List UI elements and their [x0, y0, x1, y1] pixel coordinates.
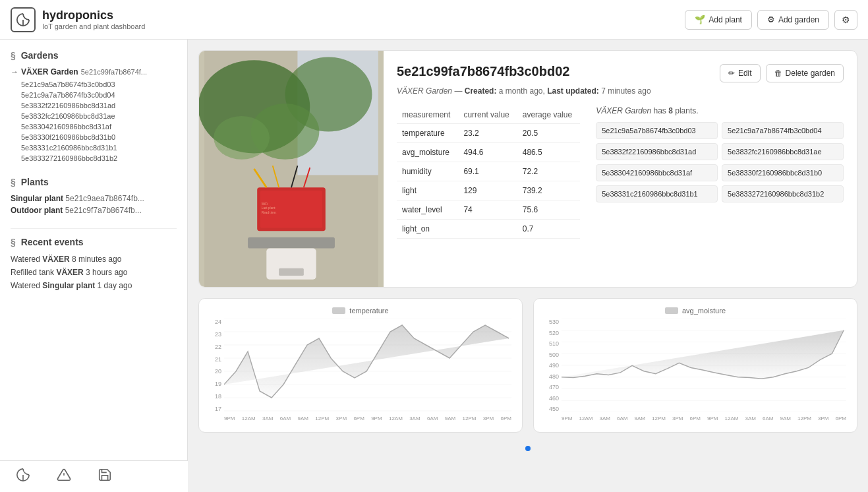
- svg-rect-17: [279, 268, 304, 276]
- col-average: average value: [517, 106, 580, 124]
- plants-section-title: § Plants: [11, 177, 177, 187]
- table-row: light_on 0.7: [397, 220, 580, 239]
- plant-grid-item[interactable]: 5e38331c2160986bbc8d31b1: [596, 185, 718, 202]
- event-item-1: Watered VÄXER 8 minutes ago: [11, 253, 177, 266]
- measurements-table: measurement current value average value …: [397, 106, 580, 239]
- garden-sub-item[interactable]: 5e21c9a7a7b8674fb3c0bd04: [21, 90, 177, 100]
- outdoor-plant-name: Outdoor plant: [11, 206, 63, 215]
- garden-arrow-icon: →: [11, 67, 18, 77]
- event-1-time: 8 minutes ago: [72, 255, 121, 264]
- card-meta: VÄXER Garden — Created: a month ago, Las…: [397, 86, 844, 96]
- settings-button[interactable]: ⚙: [834, 10, 857, 30]
- garden-sub-item[interactable]: 5e3832fc2160986bbc8d31ae: [21, 111, 177, 121]
- created-label: Created:: [465, 86, 497, 96]
- singular-plant-id: 5e21c9aea7b8674fb...: [65, 194, 144, 203]
- sidebar-divider: [11, 228, 177, 229]
- settings-icon: ⚙: [842, 15, 850, 25]
- chart-svg-container-moisture: 9PM 12AM 3AM 6AM 9AM 12PM 3PM 6PM 9PM 12…: [562, 319, 846, 424]
- svg-text:Last plant:: Last plant:: [262, 206, 276, 210]
- created-value: a month ago,: [499, 86, 545, 96]
- svg-point-8: [214, 116, 270, 160]
- garden-name-label: VÄXER Garden: [21, 67, 78, 77]
- measurements-container: measurement current value average value …: [397, 106, 580, 239]
- table-row: water_level 74 75.6: [397, 200, 580, 220]
- col-current: current value: [458, 106, 517, 124]
- add-garden-button[interactable]: ⚙ Add garden: [757, 10, 829, 30]
- event-item-2: Refilled tank VÄXER 3 hours ago: [11, 266, 177, 279]
- plant-grid-item[interactable]: 5e3832fc2160986bbc8d31ae: [722, 143, 844, 160]
- garden-sub-item[interactable]: 5e38330f2160986bbc8d31b0: [21, 132, 177, 142]
- card-header-row: 5e21c99fa7b8674fb3c0bd02 ✏ Edit 🗑 Delete…: [397, 64, 844, 82]
- plants-count-text: VÄXER Garden has 8 plants.: [596, 106, 844, 115]
- garden-image: WiFi Last plant: Read time:: [199, 51, 384, 287]
- temperature-chart-card: temperature 24 23 22 21 20 19 18 17: [198, 298, 523, 433]
- plants-grid: 5e21c9a5a7b8674fb3c0bd03 5e21c9a7a7b8674…: [596, 122, 844, 202]
- plant-grid-item[interactable]: 5e383042160986bbc8d31af: [596, 164, 718, 181]
- plants-count-number: 8: [668, 106, 673, 115]
- app-subtitle: IoT garden and plant dashboard: [42, 22, 685, 30]
- delete-garden-button[interactable]: 🗑 Delete garden: [766, 64, 844, 82]
- table-row: temperature 23.2 20.5: [397, 124, 580, 143]
- avg-moisture-chart-area: 530 520 510 500 490 480 470 460 450: [544, 319, 846, 424]
- svg-rect-15: [248, 237, 335, 249]
- temperature-legend-box: [332, 307, 345, 314]
- gardens-section: § Gardens → VÄXER Garden 5e21c99fa7b8674…: [11, 50, 177, 164]
- garden-sub-item[interactable]: 5e38331c2160986bbc8d31b1: [21, 142, 177, 153]
- gardens-section-title: § Gardens: [11, 50, 177, 61]
- outdoor-plant-id: 5e21c9f7a7b8674fb...: [65, 206, 142, 215]
- col-measurement: measurement: [397, 106, 458, 124]
- sidebar-wrapper: § Gardens → VÄXER Garden 5e21c99fa7b8674…: [0, 40, 188, 492]
- plant-item-outdoor[interactable]: Outdoor plant 5e21c9f7a7b8674fb...: [11, 206, 177, 215]
- garden-sub-item[interactable]: 5e3832f22160986bbc8d31ad: [21, 100, 177, 111]
- footer-save-icon[interactable]: [98, 468, 112, 485]
- plant-grid-item[interactable]: 5e21c9a5a7b8674fb3c0bd03: [596, 122, 718, 139]
- footer-leaf-icon[interactable]: [16, 468, 30, 485]
- header: hydroponics IoT garden and plant dashboa…: [0, 0, 868, 40]
- event-item-3: Watered Singular plant 1 day ago: [11, 279, 177, 292]
- y-axis-labels: 24 23 22 21 20 19 18 17: [210, 319, 224, 424]
- recent-symbol: §: [11, 237, 16, 247]
- plant-item-singular[interactable]: Singular plant 5e21c9aea7b8674fb...: [11, 194, 177, 203]
- edit-button[interactable]: ✏ Edit: [720, 64, 761, 82]
- temperature-chart-area: 24 23 22 21 20 19 18 17: [210, 319, 511, 424]
- sidebar: § Gardens → VÄXER Garden 5e21c99fa7b8674…: [0, 40, 187, 492]
- svg-text:WiFi: WiFi: [262, 202, 268, 206]
- card-content-grid: measurement current value average value …: [397, 106, 844, 239]
- plants-symbol: §: [11, 177, 16, 187]
- plant-grid-item[interactable]: 5e3833272160986bbc8d31b2: [722, 185, 844, 202]
- svg-text:Read time:: Read time:: [262, 211, 277, 214]
- plant-grid-item[interactable]: 5e3832f22160986bbc8d31ad: [596, 143, 718, 160]
- garden-photo-placeholder: WiFi Last plant: Read time:: [199, 51, 384, 287]
- charts-row: temperature 24 23 22 21 20 19 18 17: [198, 298, 857, 433]
- chart-title-row: temperature: [210, 307, 511, 315]
- sidebar-footer: [0, 460, 188, 492]
- garden-id-title: 5e21c99fa7b8674fb3c0bd02: [397, 64, 569, 79]
- garden-name-meta: VÄXER Garden: [397, 86, 452, 96]
- event-3-target: Singular plant: [42, 281, 95, 290]
- add-plant-button[interactable]: 🌱 Add plant: [685, 10, 752, 30]
- updated-value: 7 minutes ago: [601, 86, 651, 96]
- app-title: hydroponics: [42, 9, 685, 23]
- garden-sub-item[interactable]: 5e21c9a5a7b8674fb3c0bd03: [21, 79, 177, 90]
- header-title-group: hydroponics IoT garden and plant dashboa…: [42, 9, 685, 31]
- recent-events-title: § Recent events: [11, 237, 177, 247]
- garden-sub-item[interactable]: 5e3833272160986bbc8d31b2: [21, 153, 177, 164]
- plant-grid-item[interactable]: 5e21c9a7a7b8674fb3c0bd04: [722, 122, 844, 139]
- garden-sub-item[interactable]: 5e383042160986bbc8d31af: [21, 121, 177, 132]
- card-body: 5e21c99fa7b8674fb3c0bd02 ✏ Edit 🗑 Delete…: [384, 51, 857, 287]
- x-axis-labels: 9PM 12AM 3AM 6AM 9AM 12PM 3PM 6PM 9PM 12…: [224, 415, 511, 421]
- y-axis-labels-moisture: 530 520 510 500 490 480 470 460 450: [544, 319, 562, 424]
- garden-main-item[interactable]: → VÄXER Garden 5e21c99fa7b8674f...: [11, 67, 177, 77]
- pagination-dot[interactable]: [525, 446, 531, 451]
- temperature-chart-svg: [224, 319, 511, 412]
- main-layout: § Gardens → VÄXER Garden 5e21c99fa7b8674…: [0, 40, 868, 492]
- plant-grid-item[interactable]: 5e38330f2160986bbc8d31b0: [722, 164, 844, 181]
- chart-svg-container: 9PM 12AM 3AM 6AM 9AM 12PM 3PM 6PM 9PM 12…: [224, 319, 511, 424]
- gardens-symbol: §: [11, 50, 16, 61]
- leaf-logo-icon: [16, 13, 30, 27]
- content-area: WiFi Last plant: Read time: 5e21c99fa7b8…: [188, 40, 868, 492]
- card-actions: ✏ Edit 🗑 Delete garden: [720, 64, 844, 82]
- plants-section: § Plants Singular plant 5e21c9aea7b8674f…: [11, 177, 177, 215]
- footer-alert-icon[interactable]: [57, 468, 71, 485]
- recent-events-section: § Recent events Watered VÄXER 8 minutes …: [11, 237, 177, 292]
